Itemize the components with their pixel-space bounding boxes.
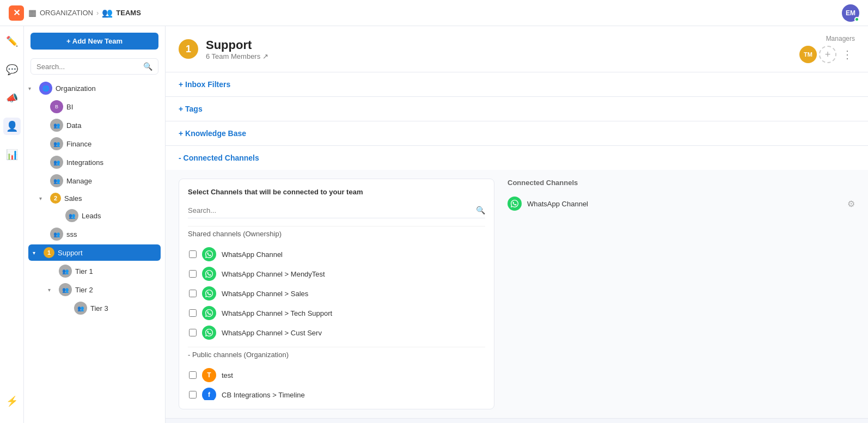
tree-label-tier3: Tier 3 (90, 304, 108, 312)
tree: ▾ 🌐 Organization B BI 👥 Data (24, 79, 165, 423)
tier2-avatar: 👥 (59, 283, 72, 296)
channel-name-wc3: WhatsApp Channel > Sales (222, 290, 308, 298)
channel-item-wc2: WhatsApp Channel > MendyTest (188, 264, 485, 284)
app-logo[interactable]: ✕ (9, 5, 24, 21)
teams-icon: 👥 (102, 8, 113, 18)
channels-search-box: 🔍 (188, 203, 485, 218)
accordion-inbox-filters: + Inbox Filters (166, 72, 868, 97)
shared-channels-header: Shared channels (Ownership) (188, 226, 485, 241)
tree-label-org: Organization (56, 84, 96, 93)
nav-contacts[interactable]: 👤 (3, 118, 21, 135)
channel-checkbox-wc1[interactable] (189, 250, 197, 258)
channels-right-panel: Connected Channels WhatsApp Channel ⚙ (508, 179, 855, 409)
tags-label: + Tags (179, 105, 203, 113)
tree-item-leads[interactable]: 👥 Leads (24, 206, 165, 225)
tree-item-sss[interactable]: 👥 sss (24, 225, 165, 243)
channels-toggle[interactable]: - Connected Channels (166, 146, 868, 170)
icon-rail: ✏️ 💬 📣 👤 📊 ⚡ (0, 26, 24, 423)
channels-left-panel: Select Channels that will be connected t… (179, 179, 494, 409)
tree-label-sss: sss (66, 230, 77, 238)
layout: ✏️ 💬 📣 👤 📊 ⚡ + Add New Team 🔍 ▾ 🌐 Organi… (0, 26, 868, 423)
search-input[interactable] (36, 63, 143, 71)
tree-item-data[interactable]: 👥 Data (24, 116, 165, 134)
search-icon: 🔍 (143, 62, 152, 71)
team-number: 1 (179, 39, 198, 59)
org-icon: ▦ (28, 8, 36, 18)
manager-avatar-tm[interactable]: TM (799, 46, 817, 63)
tree-label-manage: Manage (66, 177, 92, 185)
user-avatar[interactable]: EM (842, 4, 859, 22)
breadcrumb-separator: › (96, 9, 99, 17)
main-header: 1 Support 6 Team Members ↗ Managers TM + (166, 26, 868, 72)
accordion-tags: + Tags (166, 97, 868, 121)
channel-checkbox-wc5[interactable] (189, 329, 197, 336)
tier1-avatar: 👥 (59, 265, 72, 278)
tree-item-tier3[interactable]: 👥 Tier 3 (24, 299, 165, 317)
nav-network[interactable]: ⚡ (3, 393, 21, 410)
tree-item-tier1[interactable]: 👥 Tier 1 (24, 262, 165, 280)
tree-label-tier1: Tier 1 (75, 267, 93, 275)
channel-item-pc1: T test (188, 365, 485, 385)
pc2-icon: f (202, 388, 216, 400)
add-manager-button[interactable]: + (819, 46, 836, 63)
data-avatar: 👥 (50, 119, 63, 132)
nav-edit[interactable]: ✏️ (3, 33, 21, 50)
breadcrumb: ▦ ORGANIZATION › 👥 TEAMS (28, 8, 141, 18)
public-channels-header: - Public channels (Organization) (188, 347, 485, 362)
tree-item-tier2[interactable]: ▾ 👥 Tier 2 (24, 280, 165, 299)
tree-item-sales[interactable]: ▾ 2 Sales (24, 190, 165, 206)
knowledge-base-label: + Knowledge Base (179, 129, 246, 138)
knowledge-base-toggle[interactable]: + Knowledge Base (166, 121, 868, 145)
user-initials: EM (846, 9, 855, 17)
channel-checkbox-pc1[interactable] (189, 371, 197, 379)
sidebar-header: + Add New Team (24, 26, 165, 54)
channel-checkbox-wc3[interactable] (189, 290, 197, 297)
more-options-button[interactable]: ⋮ (840, 46, 855, 63)
nav-reports[interactable]: 📊 (3, 146, 21, 163)
tree-label-data: Data (66, 121, 81, 130)
sales-number: 2 (50, 193, 61, 204)
channel-name-wc4: WhatsApp Channel > Tech Support (222, 309, 332, 317)
integrations-avatar: 👥 (50, 156, 63, 169)
nav-megaphone[interactable]: 📣 (3, 89, 21, 107)
pc1-icon: T (202, 368, 216, 382)
team-info: Support 6 Team Members ↗ (206, 38, 268, 60)
channel-checkbox-wc2[interactable] (189, 270, 197, 278)
channel-name-wc5: WhatsApp Channel > Cust Serv (222, 329, 322, 337)
channels-search-icon: 🔍 (476, 206, 485, 214)
tree-label-leads: Leads (82, 212, 101, 220)
tree-item-integrations[interactable]: 👥 Integrations (24, 153, 165, 171)
team-members-count: 6 Team Members ↗ (206, 52, 268, 60)
main-content: 1 Support 6 Team Members ↗ Managers TM + (166, 26, 868, 423)
members-label: 6 Team Members (206, 52, 260, 60)
channel-checkbox-pc2[interactable] (189, 391, 197, 399)
external-link-icon[interactable]: ↗ (262, 52, 268, 60)
breadcrumb-org[interactable]: ORGANIZATION (40, 9, 93, 17)
managers-area: Managers TM + ⋮ (799, 35, 855, 63)
tree-item-organization[interactable]: ▾ 🌐 Organization (24, 79, 165, 97)
toggle-sales: ▾ (39, 195, 48, 201)
channel-checkbox-wc4[interactable] (189, 309, 197, 317)
tree-item-finance[interactable]: 👥 Finance (24, 134, 165, 153)
managers-label: Managers (826, 35, 855, 42)
channel-settings-icon[interactable]: ⚙ (847, 199, 855, 209)
connected-channel-wc: WhatsApp Channel ⚙ (508, 193, 855, 214)
tree-item-bi[interactable]: B BI (24, 97, 165, 116)
tree-item-support[interactable]: ▾ 1 Support (28, 244, 161, 261)
wc1-icon (202, 247, 216, 261)
tier3-avatar: 👥 (74, 302, 87, 315)
tree-item-manage[interactable]: 👥 Manage (24, 171, 165, 190)
channel-name-pc2: CB Integrations > Timeline (222, 391, 305, 399)
toggle-support: ▾ (33, 250, 41, 256)
tags-toggle[interactable]: + Tags (166, 97, 868, 121)
add-team-button[interactable]: + Add New Team (30, 33, 158, 50)
channel-item-wc3: WhatsApp Channel > Sales (188, 284, 485, 303)
channel-item-wc5: WhatsApp Channel > Cust Serv (188, 323, 485, 342)
tree-label-support: Support (58, 249, 83, 257)
channels-search-input[interactable] (188, 206, 476, 214)
nav-chat[interactable]: 💬 (3, 61, 21, 78)
inbox-filters-label: + Inbox Filters (179, 80, 230, 89)
inbox-filters-toggle[interactable]: + Inbox Filters (166, 72, 868, 96)
wc2-icon (202, 267, 216, 281)
connected-channel-left: WhatsApp Channel (508, 197, 588, 211)
